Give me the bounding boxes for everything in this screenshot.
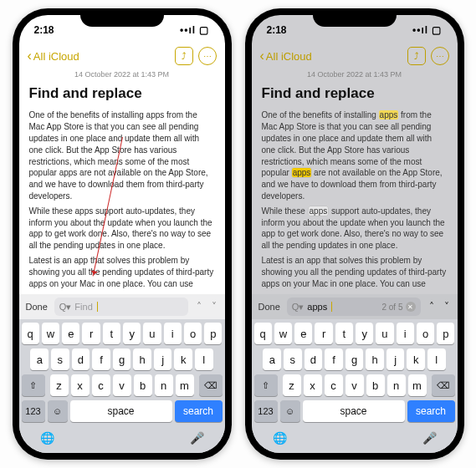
note-body[interactable]: Find and replace One of the benefits of … (252, 79, 458, 294)
key-n[interactable]: n (387, 374, 406, 396)
key-s[interactable]: s (51, 348, 69, 370)
backspace-key[interactable]: ⌫ (432, 374, 455, 396)
key-s[interactable]: s (284, 348, 302, 370)
key-c[interactable]: c (325, 374, 343, 396)
back-button[interactable]: ‹ All iCloud (260, 50, 312, 63)
done-button[interactable]: Done (258, 302, 280, 312)
more-icon[interactable]: ⋯ (431, 47, 449, 65)
phone-right: 2:18 ••ıl ▢ ‹ All iCloud ⤴ ⋯ 14 October … (245, 8, 464, 460)
key-p[interactable]: p (437, 323, 454, 344)
key-b[interactable]: b (134, 374, 152, 396)
key-k[interactable]: k (407, 348, 425, 370)
key-f[interactable]: f (325, 348, 343, 370)
backspace-key[interactable]: ⌫ (199, 374, 223, 396)
mic-icon[interactable]: 🎤 (422, 431, 437, 445)
globe-icon[interactable]: 🌐 (40, 431, 54, 445)
key-k[interactable]: k (174, 348, 192, 370)
key-o[interactable]: o (184, 323, 202, 344)
key-q[interactable]: q (254, 323, 272, 344)
match-1: apps (379, 110, 399, 120)
share-icon[interactable]: ⤴ (175, 47, 193, 65)
done-button[interactable]: Done (26, 302, 48, 312)
match-count: 2 of 5 ✕ (381, 302, 415, 312)
key-g[interactable]: g (113, 348, 131, 370)
key-l[interactable]: l (427, 348, 446, 370)
key-r[interactable]: r (82, 323, 100, 344)
key-p[interactable]: p (204, 323, 222, 344)
key-i[interactable]: i (397, 323, 414, 344)
key-e[interactable]: e (294, 323, 312, 344)
key-r[interactable]: r (315, 323, 332, 344)
key-d[interactable]: d (305, 348, 323, 370)
note-para-3: Latest is an app that solves this proble… (29, 255, 215, 289)
emoji-key[interactable]: ☺ (280, 400, 300, 422)
key-c[interactable]: c (92, 374, 110, 396)
globe-icon[interactable]: 🌐 (273, 431, 287, 445)
note-para-2: While these apps support auto-updates, t… (262, 206, 448, 252)
key-m[interactable]: m (176, 374, 194, 396)
find-prev-button[interactable]: ˄ (427, 301, 436, 313)
emoji-key[interactable]: ☺ (48, 400, 68, 422)
key-t[interactable]: t (103, 323, 120, 344)
key-q[interactable]: q (22, 323, 39, 344)
key-d[interactable]: d (72, 348, 90, 370)
status-time: 2:18 (267, 24, 287, 36)
note-title: Find and replace (29, 84, 215, 103)
key-t[interactable]: t (335, 323, 353, 344)
key-j[interactable]: j (386, 348, 405, 370)
clear-icon[interactable]: ✕ (406, 302, 416, 312)
more-icon[interactable]: ⋯ (198, 47, 217, 65)
shift-key[interactable]: ⇧ (22, 374, 45, 396)
key-w[interactable]: w (274, 323, 292, 344)
key-h[interactable]: h (366, 348, 384, 370)
find-prev-button[interactable]: ˄ (195, 301, 203, 313)
key-f[interactable]: f (92, 348, 110, 370)
key-m[interactable]: m (408, 374, 427, 396)
key-w[interactable]: w (42, 323, 59, 344)
shift-key[interactable]: ⇧ (254, 374, 278, 396)
key-j[interactable]: j (154, 348, 172, 370)
key-l[interactable]: l (195, 348, 213, 370)
note-para-3: Latest is an app that solves this proble… (262, 255, 448, 289)
note-body[interactable]: Find and replace One of the benefits of … (19, 79, 225, 294)
key-u[interactable]: u (143, 323, 161, 344)
back-button[interactable]: ‹ All iCloud (28, 50, 79, 63)
back-label: All iCloud (33, 50, 79, 63)
space-key[interactable]: space (70, 400, 172, 422)
key-v[interactable]: v (345, 374, 364, 396)
find-input[interactable]: Q▾ apps 2 of 5 ✕ (287, 298, 421, 316)
find-bar: Done Q▾ apps 2 of 5 ✕ ˄ ˅ (252, 294, 458, 319)
key-o[interactable]: o (417, 323, 434, 344)
note-para-2: While these apps support auto-updates, t… (29, 206, 215, 252)
key-x[interactable]: x (304, 374, 322, 396)
find-next-button[interactable]: ˅ (210, 301, 218, 313)
key-v[interactable]: v (113, 374, 131, 396)
note-para-1: One of the benefits of installing apps f… (29, 109, 215, 201)
numbers-key[interactable]: 123 (22, 400, 45, 422)
key-a[interactable]: a (30, 348, 49, 370)
note-title: Find and replace (262, 84, 448, 103)
key-x[interactable]: x (71, 374, 90, 396)
key-e[interactable]: e (62, 323, 79, 344)
find-next-button[interactable]: ˅ (443, 301, 451, 313)
share-icon[interactable]: ⤴ (407, 47, 426, 65)
space-key[interactable]: space (303, 400, 405, 422)
key-y[interactable]: y (123, 323, 141, 344)
match-3: apps (308, 206, 330, 216)
key-i[interactable]: i (164, 323, 182, 344)
key-n[interactable]: n (155, 374, 173, 396)
mic-icon[interactable]: 🎤 (190, 431, 204, 445)
search-key[interactable]: search (407, 400, 455, 422)
numbers-key[interactable]: 123 (254, 400, 278, 422)
key-z[interactable]: z (50, 374, 69, 396)
search-key[interactable]: search (175, 400, 223, 422)
find-input[interactable]: Q▾ Find (54, 298, 188, 316)
key-y[interactable]: y (356, 323, 373, 344)
key-u[interactable]: u (376, 323, 393, 344)
key-z[interactable]: z (283, 374, 301, 396)
status-time: 2:18 (34, 24, 54, 36)
key-g[interactable]: g (345, 348, 364, 370)
key-h[interactable]: h (133, 348, 151, 370)
key-a[interactable]: a (263, 348, 281, 370)
key-b[interactable]: b (366, 374, 385, 396)
